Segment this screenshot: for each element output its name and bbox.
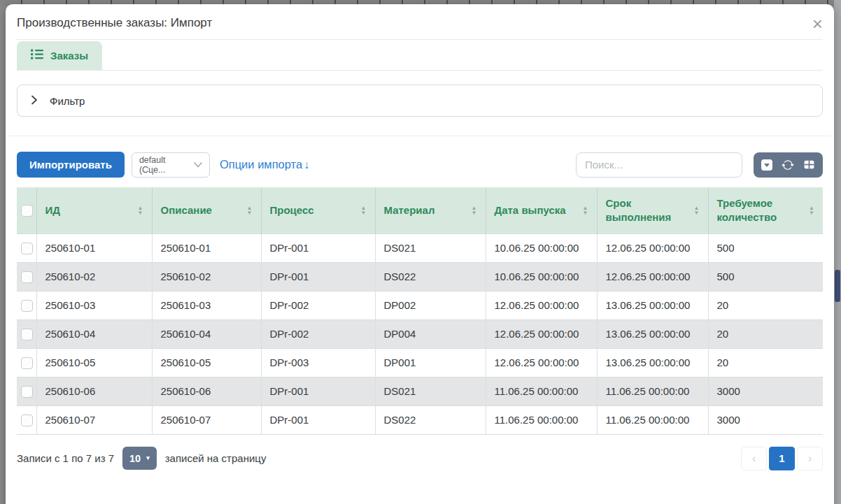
table-cell: DS021 [375, 233, 486, 262]
table-cell: 20 [708, 348, 823, 377]
table-row[interactable]: 250610-03250610-03DPr-002DP00212.06.25 0… [17, 291, 823, 319]
table-cell: 250610-07 [152, 405, 261, 434]
sort-arrows-icon[interactable]: ▲▼ [694, 206, 700, 215]
records-info: Записи с 1 по 7 из 7 [17, 452, 114, 464]
table-cell: 10.06.25 00:00:00 [486, 233, 597, 262]
column-label: Дата выпуска [495, 203, 566, 217]
table-cell: DPr-001 [261, 377, 375, 405]
chevron-down-icon [194, 160, 202, 170]
table-cell: 250610-06 [152, 377, 261, 405]
pager-page-1-button[interactable]: 1 [769, 447, 795, 470]
table-cell: 250610-05 [152, 348, 261, 377]
table-cell: 11.06.25 00:00:00 [597, 377, 708, 405]
table-cell: 500 [708, 262, 823, 291]
column-header-3[interactable]: Материал▲▼ [375, 187, 486, 233]
table-row[interactable]: 250610-02250610-02DPr-001DS02210.06.25 0… [17, 262, 823, 291]
table-cell: 12.06.25 00:00:00 [486, 319, 597, 348]
column-header-5[interactable]: Срок выполнения▲▼ [597, 187, 708, 233]
table-row[interactable]: 250610-07250610-07DPr-001DS02211.06.25 0… [17, 405, 823, 434]
scenario-select[interactable]: default (Сце... [132, 152, 210, 178]
table-header-row: ИД▲▼Описание▲▼Процесс▲▼Материал▲▼Дата вы… [17, 187, 823, 233]
sort-arrows-icon[interactable]: ▲▼ [247, 206, 253, 215]
pager-next-button[interactable]: › [797, 447, 823, 470]
search-input[interactable] [576, 152, 742, 178]
table-cell: 250610-01 [36, 233, 152, 262]
table-cell: DP001 [375, 348, 486, 377]
row-checkbox[interactable] [21, 271, 33, 283]
table-cell: 3000 [708, 377, 823, 405]
row-select-cell [17, 348, 36, 377]
table-cell: DPr-002 [261, 319, 375, 348]
table-cell: 12.06.25 00:00:00 [486, 348, 597, 377]
table-cell: 250610-06 [36, 377, 152, 405]
row-checkbox[interactable] [21, 329, 33, 340]
orders-table-wrap: ИД▲▼Описание▲▼Процесс▲▼Материал▲▼Дата вы… [17, 187, 823, 435]
table-cell: 11.06.25 00:00:00 [597, 405, 708, 434]
grid-columns-icon[interactable] [803, 159, 815, 171]
chevron-right-icon [31, 95, 38, 107]
table-cell: 500 [708, 233, 823, 262]
sort-arrows-icon[interactable]: ▲▼ [361, 206, 367, 215]
select-all-checkbox[interactable] [21, 205, 33, 217]
section-divider [8, 136, 831, 136]
close-icon[interactable]: × [812, 17, 823, 31]
table-body: 250610-01250610-01DPr-001DS02110.06.25 0… [17, 233, 823, 434]
import-button[interactable]: Импортировать [17, 152, 125, 178]
table-cell: 250610-01 [152, 233, 261, 262]
sort-arrows-icon[interactable]: ▲▼ [472, 206, 477, 215]
row-checkbox[interactable] [21, 386, 33, 398]
row-checkbox[interactable] [21, 357, 33, 369]
filter-label: Фильтр [50, 95, 85, 107]
table-cell: 13.06.25 00:00:00 [597, 348, 708, 377]
column-label: Материал [384, 203, 435, 217]
table-cell: 12.06.25 00:00:00 [486, 291, 597, 319]
toolbar: Импортировать default (Сце... Опции импо… [17, 152, 823, 178]
column-label: Процесс [270, 203, 314, 217]
row-checkbox[interactable] [21, 300, 33, 312]
table-cell: DP004 [375, 319, 486, 348]
row-select-cell [17, 377, 36, 405]
modal-title: Производственные заказы: Импорт [17, 16, 212, 30]
scrollbar-thumb[interactable] [835, 270, 840, 302]
column-header-4[interactable]: Дата выпуска▲▼ [486, 187, 597, 233]
row-checkbox[interactable] [21, 243, 33, 254]
background-page-scrollbar[interactable] [834, 0, 841, 504]
filter-panel-toggle[interactable]: Фильтр [17, 85, 823, 117]
table-cell: 250610-02 [36, 262, 152, 291]
pager-prev-button[interactable]: ‹ [741, 447, 767, 470]
sort-arrows-icon[interactable]: ▲▼ [809, 206, 814, 215]
column-header-1[interactable]: Описание▲▼ [152, 187, 261, 233]
table-cell: 20 [708, 291, 823, 319]
tab-orders[interactable]: Заказы [17, 41, 102, 70]
import-options-link[interactable]: Опции импорта↓ [220, 158, 309, 171]
sort-arrows-icon[interactable]: ▲▼ [583, 206, 588, 215]
modal-header: Производственные заказы: Импорт × [17, 4, 823, 40]
table-row[interactable]: 250610-01250610-01DPr-001DS02110.06.25 0… [17, 233, 823, 262]
table-row[interactable]: 250610-06250610-06DPr-001DS02111.06.25 0… [17, 377, 823, 405]
table-cell: DP002 [375, 291, 486, 319]
row-select-cell [17, 319, 36, 348]
column-header-6[interactable]: Требуемое количество▲▼ [708, 187, 823, 233]
page-size-select[interactable]: 10 ▾ [122, 447, 157, 470]
table-cell: DS021 [375, 377, 486, 405]
table-cell: DPr-002 [261, 291, 375, 319]
caret-box-icon[interactable] [761, 159, 772, 171]
table-row[interactable]: 250610-05250610-05DPr-003DP00112.06.25 0… [17, 348, 823, 377]
table-row[interactable]: 250610-04250610-04DPr-002DP00412.06.25 0… [17, 319, 823, 348]
table-cell: DS022 [375, 262, 486, 291]
refresh-icon[interactable] [782, 159, 794, 171]
table-cell: DPr-003 [261, 348, 375, 377]
table-cell: 250610-07 [36, 405, 152, 434]
tab-bar: Заказы [17, 41, 823, 71]
table-cell: 250610-03 [36, 291, 152, 319]
table-footer: Записи с 1 по 7 из 7 10 ▾ записей на стр… [17, 447, 823, 470]
row-checkbox[interactable] [21, 415, 33, 426]
table-cell: 250610-04 [152, 319, 261, 348]
row-select-cell [17, 233, 36, 262]
scenario-select-value: default (Сце... [139, 155, 194, 175]
table-cell: 13.06.25 00:00:00 [597, 319, 708, 348]
table-cell: DPr-001 [261, 262, 375, 291]
column-header-0[interactable]: ИД▲▼ [36, 187, 152, 233]
column-header-2[interactable]: Процесс▲▼ [261, 187, 375, 233]
sort-arrows-icon[interactable]: ▲▼ [138, 206, 143, 215]
